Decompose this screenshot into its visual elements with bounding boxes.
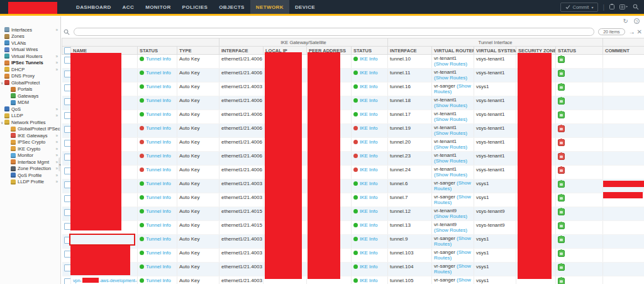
tunnel-info-link[interactable]: Tunnel Info [146,111,171,117]
sidebar-item-qos[interactable]: QoS» [0,106,60,113]
sidebar-item-virtual-routers[interactable]: Virtual Routers» [0,53,60,60]
ike-info-link[interactable]: IKE Info [360,84,377,89]
ike-info-link[interactable]: IKE Info [360,236,377,242]
sidebar-item-globalprotect-ipsec-crypto[interactable]: GlobalProtect IPSec Crypto [0,126,60,133]
filter-input[interactable] [74,28,594,36]
row-checkbox-cell[interactable] [62,193,71,207]
ike-info-link[interactable]: IKE Info [360,70,377,76]
clear-filter-icon[interactable]: ✕ [637,28,642,35]
ike-info-link[interactable]: IKE Info [360,208,377,214]
column-header-type-2[interactable]: TYPE [177,47,219,55]
tunnel-info-link[interactable]: Tunnel Info [146,181,171,186]
ike-info-link[interactable]: IKE Info [360,264,377,270]
column-header-interface-3[interactable]: INTERFACE [219,47,264,55]
show-routes-link[interactable]: (Show Routes) [434,75,467,81]
tunnel-info-link[interactable]: Tunnel Info [146,153,171,159]
flyout-arrow-icon[interactable]: » [55,166,58,171]
export-pdf-icon[interactable] [619,4,628,10]
tunnel-name-cell[interactable] [71,110,138,124]
tunnel-info-link[interactable]: Tunnel Info [146,167,171,173]
sidebar-item-monitor[interactable]: Monitor» [0,152,60,159]
row-checkbox-cell[interactable] [62,69,71,82]
chevron-down-icon[interactable]: ∨ [1,120,3,125]
tunnel-name-cell[interactable] [71,69,138,82]
row-checkbox[interactable] [64,98,71,105]
tunnel-info-link[interactable]: Tunnel Info [146,208,171,214]
ike-info-link[interactable]: IKE Info [360,56,377,62]
nav-tab-dashboard[interactable]: DASHBOARD [70,0,117,14]
row-checkbox[interactable] [64,278,71,284]
tunnel-info-link[interactable]: Tunnel Info [146,264,171,270]
column-header-local-ip-4[interactable]: LOCAL IP [264,47,307,55]
show-routes-link[interactable]: (Show Routes) [434,158,467,164]
ike-info-link[interactable]: IKE Info [360,98,377,103]
help-icon[interactable]: ? [634,18,640,24]
show-routes-link[interactable]: (Show Routes) [434,144,467,150]
tunnel-info-link[interactable]: Tunnel Info [146,250,171,256]
flyout-arrow-icon[interactable]: » [55,140,58,144]
ike-info-link[interactable]: IKE Info [360,125,377,131]
row-checkbox-cell[interactable] [62,55,71,69]
row-checkbox-cell[interactable] [62,179,71,193]
column-header-security-zone-10[interactable]: SECURITY ZONE [516,47,556,55]
tunnel-name-link[interactable]: -aws-development-a [99,278,138,283]
ike-info-link[interactable]: IKE Info [360,250,377,256]
ike-info-link[interactable]: IKE Info [360,195,377,200]
select-all-header[interactable] [62,47,71,55]
show-routes-link[interactable]: (Show Routes) [434,172,467,178]
tunnel-info-link[interactable]: Tunnel Info [146,84,171,89]
row-checkbox[interactable] [64,264,71,271]
row-checkbox[interactable] [64,251,71,258]
flyout-arrow-icon[interactable]: » [55,60,58,65]
row-checkbox-cell[interactable] [62,249,71,263]
row-checkbox-cell[interactable] [62,221,71,235]
column-header-virtual-system-9[interactable]: VIRTUAL SYSTEM [474,47,516,55]
show-routes-link[interactable]: (Show Routes) [434,213,467,219]
sidebar-item-zone-protection[interactable]: Zone Protection» [0,166,60,173]
ike-info-link[interactable]: IKE Info [360,139,377,145]
flyout-arrow-icon[interactable]: » [55,28,58,32]
row-checkbox-cell[interactable] [62,263,71,276]
apply-filter-icon[interactable]: → [629,28,635,35]
tunnel-name-cell[interactable] [71,138,138,152]
column-header-name-0[interactable]: NAME [71,47,138,55]
tunnel-info-link[interactable]: Tunnel Info [146,125,171,131]
sidebar-item-ipsec-crypto[interactable]: IPSec Crypto» [0,139,60,146]
tunnel-name-cell[interactable] [71,193,138,207]
flyout-arrow-icon[interactable]: » [55,160,58,164]
nav-tab-monitor[interactable]: MONITOR [140,0,176,14]
tunnel-name-link[interactable]: vpn- [73,278,82,283]
nav-tab-acc[interactable]: ACC [117,0,140,14]
flyout-arrow-icon[interactable]: » [55,147,58,151]
sidebar-item-vlans[interactable]: VLANs [0,40,60,47]
column-header-comment-12[interactable]: COMMENT [603,47,644,55]
row-checkbox[interactable] [64,195,71,202]
tasks-icon[interactable] [609,4,615,10]
row-checkbox[interactable] [64,126,71,133]
row-checkbox-cell[interactable] [62,96,71,110]
show-routes-link[interactable]: (Show Routes) [434,103,467,108]
sidebar-item-gateways[interactable]: Gateways [0,93,60,99]
sidebar-item-interface-mgmt[interactable]: Interface Mgmt» [0,159,60,166]
sidebar-item-dhcp[interactable]: DHCP» [0,66,60,73]
row-checkbox[interactable] [64,84,71,91]
row-checkbox-cell[interactable] [62,152,71,166]
sidebar-item-ike-crypto[interactable]: IKE Crypto» [0,145,60,152]
nav-tab-device[interactable]: DEVICE [289,0,321,14]
ike-info-link[interactable]: IKE Info [360,222,377,228]
nav-tab-policies[interactable]: POLICIES [177,0,214,14]
tunnel-info-link[interactable]: Tunnel Info [146,139,171,145]
flyout-arrow-icon[interactable]: » [55,107,58,111]
row-checkbox[interactable] [64,209,71,216]
row-checkbox-cell[interactable] [62,207,71,221]
row-checkbox[interactable] [64,112,71,119]
tunnel-name-cell[interactable] [71,152,138,166]
row-checkbox-cell[interactable] [62,235,71,249]
sidebar-item-interfaces[interactable]: Interfaces» [0,26,60,33]
tunnel-name-cell[interactable] [71,207,138,221]
show-routes-link[interactable]: (Show Routes) [434,61,467,67]
tunnel-name-cell[interactable] [71,249,138,263]
tunnel-name-cell[interactable] [71,179,138,193]
refresh-icon[interactable]: ↻ [623,18,628,25]
tunnel-info-link[interactable]: Tunnel Info [146,236,171,242]
